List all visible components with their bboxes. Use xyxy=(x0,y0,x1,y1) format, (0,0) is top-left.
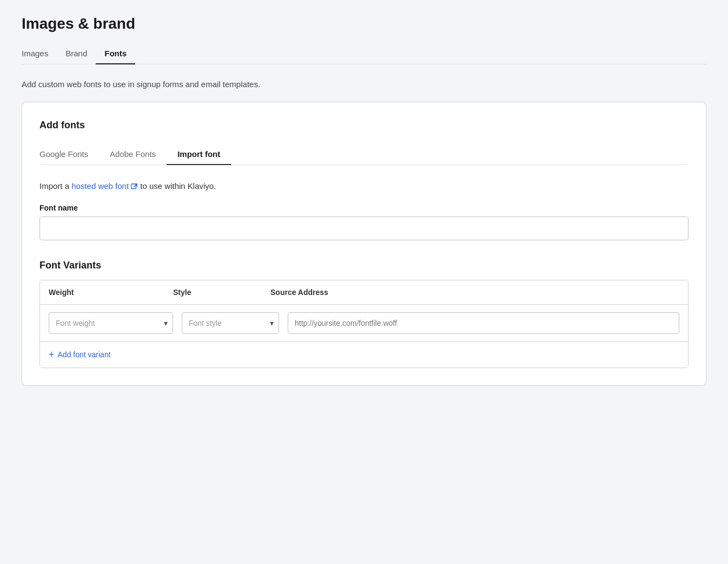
tab-brand[interactable]: Brand xyxy=(57,43,96,64)
font-style-select[interactable]: Font style Normal Italic Oblique xyxy=(182,312,279,334)
svg-rect-0 xyxy=(131,184,136,189)
style-select-wrapper: Font style Normal Italic Oblique ▾ xyxy=(182,312,279,334)
font-name-label: Font name xyxy=(39,204,689,212)
add-variant-label: Add font variant xyxy=(58,350,111,359)
top-nav: Images Brand Fonts xyxy=(22,43,706,64)
plus-icon: + xyxy=(49,350,55,359)
add-fonts-card: Add fonts Google Fonts Adobe Fonts Impor… xyxy=(22,102,706,386)
source-address-input[interactable] xyxy=(288,312,679,334)
section-description: Add custom web fonts to use in signup fo… xyxy=(22,80,706,89)
col-source: Source Address xyxy=(270,288,679,297)
table-row: Font weight 100 - Thin 200 - Extra Light… xyxy=(40,305,688,342)
import-description-prefix: Import a xyxy=(39,181,71,191)
import-description: Import a hosted web font to use within K… xyxy=(39,180,689,193)
hosted-web-font-link[interactable]: hosted web font xyxy=(71,181,138,191)
tab-google-fonts[interactable]: Google Fonts xyxy=(39,144,99,165)
tab-fonts[interactable]: Fonts xyxy=(96,43,135,64)
external-link-icon xyxy=(130,183,138,191)
table-header: Weight Style Source Address xyxy=(40,280,688,305)
sub-nav: Google Fonts Adobe Fonts Import font xyxy=(39,144,689,165)
add-variant-footer: + Add font variant xyxy=(40,342,688,368)
font-name-section: Font name xyxy=(39,204,689,240)
font-variants-title: Font Variants xyxy=(39,260,689,271)
font-variants-section: Font Variants Weight Style Source Addres… xyxy=(39,260,689,368)
tab-adobe-fonts[interactable]: Adobe Fonts xyxy=(99,144,167,165)
import-description-suffix: to use within Klaviyo. xyxy=(138,181,216,191)
card-title: Add fonts xyxy=(39,120,689,131)
weight-select-wrapper: Font weight 100 - Thin 200 - Extra Light… xyxy=(49,312,173,334)
col-weight: Weight xyxy=(49,288,173,297)
page-title: Images & brand xyxy=(22,15,706,32)
add-font-variant-button[interactable]: + Add font variant xyxy=(49,350,111,359)
font-name-input[interactable] xyxy=(39,217,689,240)
tab-images[interactable]: Images xyxy=(22,43,57,64)
col-style: Style xyxy=(173,288,270,297)
font-weight-select[interactable]: Font weight 100 - Thin 200 - Extra Light… xyxy=(49,312,173,334)
tab-import-font[interactable]: Import font xyxy=(167,144,231,165)
variants-table: Weight Style Source Address Font weight … xyxy=(39,280,689,368)
